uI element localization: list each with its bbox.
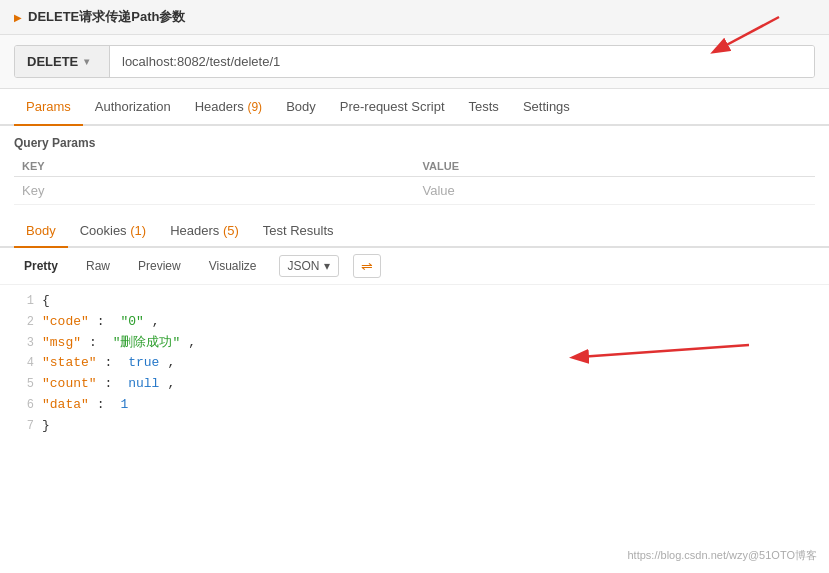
json-line-1: 1 { — [14, 291, 815, 312]
json-line-4: 4 "state": true, — [14, 353, 815, 374]
value-cell[interactable]: Value — [415, 177, 816, 205]
visualize-button[interactable]: Visualize — [199, 255, 267, 277]
cookies-badge: (1) — [130, 223, 146, 238]
page-title: DELETE请求传递Path参数 — [28, 8, 185, 26]
tab-settings[interactable]: Settings — [511, 89, 582, 126]
collapse-arrow-icon[interactable]: ▶ — [14, 12, 22, 23]
preview-button[interactable]: Preview — [128, 255, 191, 277]
response-format-bar: Pretty Raw Preview Visualize JSON ▾ ⇌ — [0, 248, 829, 285]
json-body: 1 { 2 "code": "0", 3 "msg": "删除成功", 4 "s… — [0, 285, 829, 447]
tab-body[interactable]: Body — [274, 89, 328, 126]
table-row: Key Value — [14, 177, 815, 205]
tab-authorization[interactable]: Authorization — [83, 89, 183, 126]
key-column-header: KEY — [14, 156, 415, 177]
resp-tab-cookies[interactable]: Cookies (1) — [68, 215, 158, 248]
tab-pre-request-script[interactable]: Pre-request Script — [328, 89, 457, 126]
json-line-6: 6 "data": 1 — [14, 395, 815, 416]
watermark: https://blog.csdn.net/wzy@51OTO博客 — [628, 548, 818, 563]
resp-tab-test-results[interactable]: Test Results — [251, 215, 346, 248]
params-table: KEY VALUE Key Value — [14, 156, 815, 205]
query-params-label: Query Params — [14, 136, 815, 150]
method-chevron-icon: ▾ — [84, 56, 89, 67]
tab-headers[interactable]: Headers (9) — [183, 89, 274, 126]
json-line-3: 3 "msg": "删除成功", — [14, 333, 815, 354]
wrap-icon[interactable]: ⇌ — [353, 254, 381, 278]
tab-params[interactable]: Params — [14, 89, 83, 126]
title-bar: ▶ DELETE请求传递Path参数 — [0, 0, 829, 35]
raw-button[interactable]: Raw — [76, 255, 120, 277]
method-label: DELETE — [27, 54, 78, 69]
response-tabs: Body Cookies (1) Headers (5) Test Result… — [0, 215, 829, 248]
url-bar: DELETE ▾ — [14, 45, 815, 78]
key-cell[interactable]: Key — [14, 177, 415, 205]
value-column-header: VALUE — [415, 156, 816, 177]
query-params-section: Query Params KEY VALUE Key Value — [0, 126, 829, 205]
format-select[interactable]: JSON ▾ — [279, 255, 339, 277]
json-line-7: 7 } — [14, 416, 815, 437]
url-bar-section: DELETE ▾ — [0, 35, 829, 89]
url-input[interactable] — [110, 46, 814, 77]
resp-tab-headers[interactable]: Headers (5) — [158, 215, 251, 248]
request-tabs: Params Authorization Headers (9) Body Pr… — [0, 89, 829, 126]
pretty-button[interactable]: Pretty — [14, 255, 68, 277]
json-line-2: 2 "code": "0", — [14, 312, 815, 333]
resp-headers-badge: (5) — [223, 223, 239, 238]
resp-tab-body[interactable]: Body — [14, 215, 68, 248]
tab-tests[interactable]: Tests — [457, 89, 511, 126]
format-chevron-icon: ▾ — [324, 259, 330, 273]
method-select[interactable]: DELETE ▾ — [15, 46, 110, 77]
format-label: JSON — [288, 259, 320, 273]
json-line-5: 5 "count": null, — [14, 374, 815, 395]
headers-badge: (9) — [247, 100, 262, 114]
